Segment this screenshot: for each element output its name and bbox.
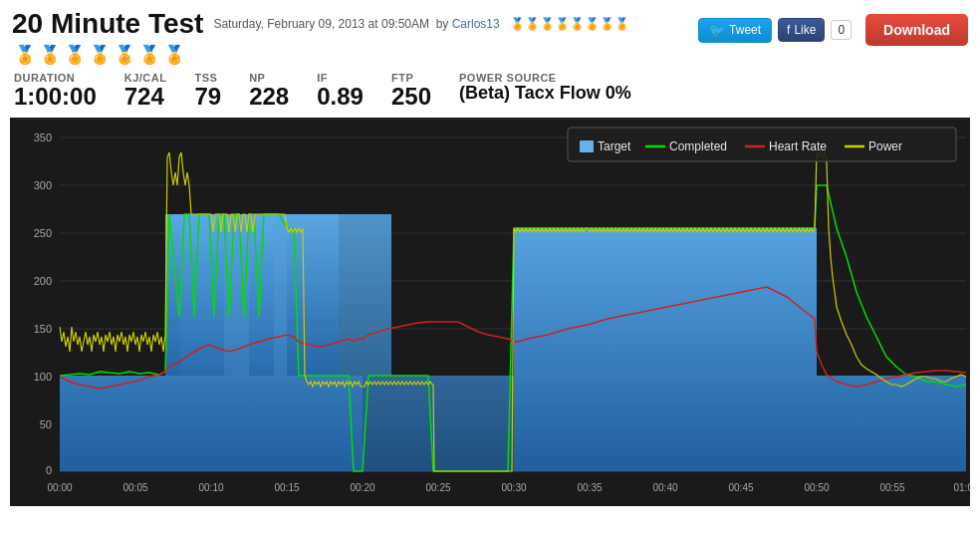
header: 20 Minute Test Saturday, February 09, 20…	[0, 0, 980, 66]
svg-text:150: 150	[34, 323, 52, 335]
medal-4: 🏅	[89, 44, 111, 66]
svg-text:Target: Target	[598, 139, 631, 153]
author-link[interactable]: Carlos13	[452, 17, 500, 31]
chart-svg: 350 300 250 200 150 100 50 0 00:00 00:05…	[10, 118, 970, 506]
download-button[interactable]: Download	[865, 14, 968, 46]
subtitle: Saturday, February 09, 2013 at 09:50AM b…	[213, 17, 628, 31]
like-count: 0	[831, 20, 852, 40]
stat-power-source: Power Source (Beta) Tacx Flow 0%	[459, 72, 631, 104]
svg-text:Completed: Completed	[669, 139, 727, 153]
like-label: Like	[794, 23, 816, 37]
svg-text:01:00: 01:00	[953, 482, 970, 493]
stat-duration: DURATION 1:00:00	[14, 72, 97, 110]
svg-text:00:05: 00:05	[122, 482, 147, 493]
svg-text:250: 250	[34, 227, 52, 239]
medal-3: 🏅	[64, 44, 86, 66]
svg-text:0: 0	[46, 464, 52, 476]
title-and-medals: 20 Minute Test Saturday, February 09, 20…	[12, 8, 698, 66]
spike-region	[165, 214, 339, 376]
svg-text:00:50: 00:50	[804, 482, 829, 493]
svg-text:00:10: 00:10	[198, 482, 223, 493]
svg-text:50: 50	[40, 418, 52, 430]
medals-row: 🏅 🏅 🏅 🏅 🏅 🏅 🏅	[14, 44, 698, 66]
stat-if-value: 0.89	[317, 84, 364, 110]
svg-text:200: 200	[34, 275, 52, 287]
svg-text:Power: Power	[868, 139, 902, 153]
svg-text:00:30: 00:30	[501, 482, 526, 493]
medal-2: 🏅	[39, 44, 61, 66]
chart-container: 350 300 250 200 150 100 50 0 00:00 00:05…	[10, 118, 970, 506]
stats-row: DURATION 1:00:00 kJ/Cal 724 TSS 79 NP 22…	[0, 66, 980, 118]
stat-if: IF 0.89	[317, 72, 364, 110]
svg-text:00:25: 00:25	[425, 482, 450, 493]
svg-text:00:35: 00:35	[577, 482, 602, 493]
stat-np: NP 228	[249, 72, 289, 110]
svg-text:00:55: 00:55	[879, 482, 904, 493]
fb-icon: f	[787, 23, 790, 37]
svg-rect-31	[580, 140, 594, 152]
svg-text:00:20: 00:20	[350, 482, 374, 493]
svg-text:00:40: 00:40	[652, 482, 677, 493]
svg-text:300: 300	[34, 179, 52, 191]
tweet-bird-icon: 🐦	[709, 23, 725, 38]
stat-kjcal-value: 724	[124, 84, 167, 110]
stat-kjcal: kJ/Cal 724	[124, 72, 167, 110]
tweet-button[interactable]: 🐦 Tweet	[698, 18, 772, 43]
svg-text:Heart Rate: Heart Rate	[769, 139, 827, 153]
tweet-label: Tweet	[729, 23, 761, 37]
page-title: 20 Minute Test	[12, 8, 203, 40]
medal-6: 🏅	[138, 44, 160, 66]
subtitle-by: by	[436, 17, 449, 31]
subtitle-date: Saturday, February 09, 2013 at 09:50AM	[213, 17, 429, 31]
stat-power-source-value: (Beta) Tacx Flow 0%	[459, 84, 631, 104]
medal-5: 🏅	[114, 44, 135, 66]
stat-ftp: FTP 250	[391, 72, 431, 110]
svg-text:00:00: 00:00	[47, 482, 72, 493]
svg-text:100: 100	[34, 371, 52, 383]
stat-duration-value: 1:00:00	[14, 84, 97, 110]
action-buttons: 🐦 Tweet f Like 0 Download	[698, 14, 968, 46]
medal-1: 🏅	[14, 44, 36, 66]
stat-tss: TSS 79	[194, 72, 221, 110]
svg-text:350: 350	[34, 132, 52, 143]
title-line: 20 Minute Test Saturday, February 09, 20…	[12, 8, 698, 40]
stat-tss-value: 79	[194, 84, 221, 110]
svg-text:00:15: 00:15	[274, 482, 299, 493]
medal-7: 🏅	[163, 44, 185, 66]
stat-ftp-value: 250	[391, 84, 431, 110]
like-button[interactable]: f Like	[778, 18, 825, 42]
svg-text:00:45: 00:45	[728, 482, 753, 493]
stat-np-value: 228	[249, 84, 289, 110]
